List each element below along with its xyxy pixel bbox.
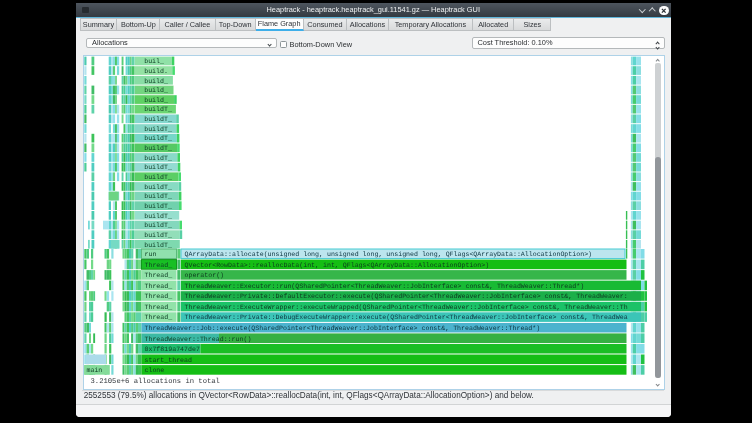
svg-text:Thread_: Thread_: [145, 293, 173, 300]
svg-text:Thread_: Thread_: [145, 283, 173, 290]
svg-text:buildT_: buildT_: [144, 193, 172, 200]
svg-text:Thread_: Thread_: [145, 304, 173, 311]
svg-text:main: main: [87, 367, 103, 374]
svg-text:Thread_: Thread_: [145, 314, 173, 321]
svg-text:buildT_: buildT_: [144, 213, 172, 220]
svg-text:0x7f819a747de7: 0x7f819a747de7: [145, 346, 200, 353]
svg-text:buildT_: buildT_: [144, 174, 172, 181]
svg-text:3.2105e+6 allocations in total: 3.2105e+6 allocations in total: [91, 377, 220, 386]
svg-text:ThreadWeaver::Job::execute(QSh: ThreadWeaver::Job::execute(QSharedPointe…: [145, 325, 541, 332]
svg-text:build_: build_: [144, 87, 168, 94]
svg-text:run: run: [145, 251, 157, 258]
svg-text:buildT_: buildT_: [144, 222, 172, 229]
svg-text:ThreadWeaver::Private::DebugEx: ThreadWeaver::Private::DebugExecuteWrapp…: [185, 314, 628, 321]
svg-text:buildT_: buildT_: [144, 106, 172, 113]
svg-text:build.: build.: [144, 68, 168, 75]
svg-text:buildT_: buildT_: [144, 126, 172, 133]
svg-text:ThreadWeaver::ExecuteWrapper::: ThreadWeaver::ExecuteWrapper::executeWra…: [185, 304, 628, 311]
svg-text:ThreadWeaver::Private::Default: ThreadWeaver::Private::DefaultExecutor::…: [185, 293, 628, 300]
svg-text:Thread_: Thread_: [145, 272, 173, 279]
svg-text:ThreadWeaver::Thread::run(): ThreadWeaver::Thread::run(): [145, 336, 252, 343]
svg-text:buildT_: buildT_: [144, 135, 172, 142]
svg-text:buildT_: buildT_: [144, 232, 172, 239]
svg-text:buil_: buil_: [144, 58, 164, 65]
svg-text:ThreadWeaver::Executor::run(QS: ThreadWeaver::Executor::run(QSharedPoint…: [185, 283, 585, 290]
svg-text:start_thread: start_thread: [145, 357, 193, 364]
svg-text:QArrayData::allocate(unsigned: QArrayData::allocate(unsigned long, unsi…: [185, 251, 593, 258]
svg-text:buildT_: buildT_: [144, 184, 172, 191]
svg-text:Thread_: Thread_: [145, 262, 173, 269]
svg-text:build_: build_: [144, 78, 168, 85]
svg-text:build_: build_: [144, 97, 168, 104]
svg-text:buildT_: buildT_: [144, 242, 172, 249]
svg-text:operator(): operator(): [185, 272, 225, 279]
svg-text:buildT_: buildT_: [144, 203, 172, 210]
svg-text:buildT_: buildT_: [144, 155, 172, 162]
svg-text:buildT_: buildT_: [144, 116, 172, 123]
svg-text:buildT_: buildT_: [144, 145, 172, 152]
svg-text:QVector<RowData>::reallocData(: QVector<RowData>::reallocData(int, int, …: [185, 262, 490, 269]
svg-text:buildT_: buildT_: [144, 164, 172, 171]
svg-text:clone: clone: [145, 367, 165, 374]
